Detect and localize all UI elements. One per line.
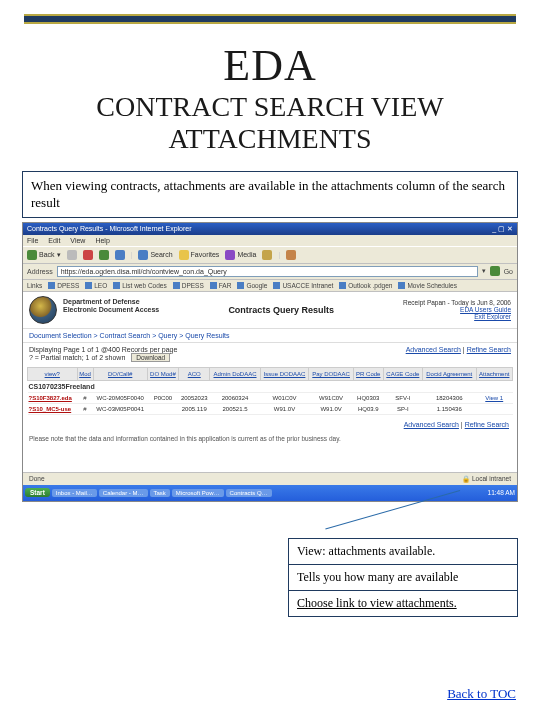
search-icon xyxy=(138,250,148,260)
task-item[interactable]: Inbox - Mail… xyxy=(52,489,97,497)
col-domod[interactable]: DO Mod# xyxy=(147,367,178,380)
bookmark-icon xyxy=(398,282,405,289)
back-icon xyxy=(27,250,37,260)
bookmark-google[interactable]: Google xyxy=(237,282,267,289)
bookmark-movies[interactable]: Movie Schedules xyxy=(398,282,457,289)
view-link[interactable]: ?S10_MC5-use xyxy=(29,406,72,412)
title-main: EDA xyxy=(24,40,516,91)
menu-help[interactable]: Help xyxy=(95,237,109,244)
address-label: Address xyxy=(27,268,53,275)
col-issue[interactable]: Issue DODAAC xyxy=(260,367,309,380)
status-zone: 🔒 Local intranet xyxy=(462,475,511,483)
view-link[interactable]: ?S10F3827.eda xyxy=(29,395,72,401)
ie-titlebar: Contracts Query Results - Microsoft Inte… xyxy=(23,223,517,235)
col-pr[interactable]: PR Code xyxy=(353,367,383,380)
attachment-view-link[interactable]: View 1 xyxy=(485,395,503,401)
status-done: Done xyxy=(29,475,45,483)
advanced-search-link[interactable]: Advanced Search xyxy=(406,346,461,353)
ie-statusbar: Done 🔒 Local intranet xyxy=(23,472,517,485)
task-item[interactable]: Microsoft Pow… xyxy=(172,489,224,497)
description-box: When viewing contracts, attachments are … xyxy=(22,171,518,218)
window-title: Contracts Query Results - Microsoft Inte… xyxy=(27,225,192,233)
favorites-button[interactable]: Favorites xyxy=(179,250,220,260)
star-icon xyxy=(179,250,189,260)
breadcrumb[interactable]: Document Selection > Contract Search > Q… xyxy=(23,329,517,343)
stop-button[interactable] xyxy=(83,250,93,260)
menu-view[interactable]: View xyxy=(70,237,85,244)
bookmark-icon xyxy=(237,282,244,289)
table-row: ?S10_MC5-use # WC-03M05P0041 2005.119 20… xyxy=(28,403,513,414)
media-icon xyxy=(225,250,235,260)
task-item[interactable]: Contracts Q… xyxy=(226,489,272,497)
mail-button[interactable] xyxy=(286,250,296,260)
page-header: Department of Defense Electronic Documen… xyxy=(23,292,517,329)
result-info: Displaying Page 1 of 1 @400 Records per … xyxy=(23,343,517,365)
section-row: CS1070235Freeland xyxy=(28,380,513,392)
stop-icon xyxy=(83,250,93,260)
ie-toolbar: Back ▾ | Search Favorites Media | xyxy=(23,246,517,264)
col-attach[interactable]: Attachment xyxy=(476,367,512,380)
callout-box: View: attachments available. Tells you h… xyxy=(288,538,518,617)
col-mod[interactable]: Mod xyxy=(77,367,93,380)
col-cage[interactable]: CAGE Code xyxy=(383,367,422,380)
col-docid[interactable]: Docid Agreement xyxy=(423,367,477,380)
exit-link[interactable]: Exit Explorer xyxy=(403,313,511,320)
col-docall[interactable]: DO/Call# xyxy=(93,367,147,380)
task-item[interactable]: Task xyxy=(150,489,170,497)
ie-menubar: File Edit View Help xyxy=(23,235,517,246)
bookmark-dpess[interactable]: DPESS xyxy=(48,282,79,289)
menu-edit[interactable]: Edit xyxy=(48,237,60,244)
start-button[interactable]: Start xyxy=(25,488,50,497)
menu-file[interactable]: File xyxy=(27,237,38,244)
refresh-icon xyxy=(99,250,109,260)
history-button[interactable] xyxy=(262,250,272,260)
col-view[interactable]: view? xyxy=(28,367,78,380)
back-to-toc-link[interactable]: Back to TOC xyxy=(447,686,516,702)
go-label[interactable]: Go xyxy=(504,268,513,275)
callout-line2: Tells you how many are available xyxy=(289,564,517,590)
top-border-accent xyxy=(24,14,516,24)
links-label: Links xyxy=(27,282,42,289)
home-button[interactable] xyxy=(115,250,125,260)
back-button[interactable]: Back ▾ xyxy=(27,250,61,260)
mail-icon xyxy=(286,250,296,260)
bookmark-listweb[interactable]: List web Codes xyxy=(113,282,166,289)
users-guide-link[interactable]: EDA Users Guide xyxy=(403,306,511,313)
download-button[interactable]: Download xyxy=(131,353,170,362)
bookmark-dpess2[interactable]: DPESS xyxy=(173,282,204,289)
section-label: CS1070235Freeland xyxy=(28,380,513,392)
bookmark-far[interactable]: FAR xyxy=(210,282,232,289)
title-block: EDA CONTRACT SEARCH VIEW ATTACHMENTS xyxy=(0,24,540,165)
bookmark-outlook[interactable]: Outlook .pdgen xyxy=(339,282,392,289)
search-button[interactable]: Search xyxy=(138,250,172,260)
matched-text: ? = Partial match; 1 of 2 shown xyxy=(29,354,125,361)
window-controls: _ ▢ ✕ xyxy=(492,225,513,233)
bookmark-icon xyxy=(48,282,55,289)
bookmark-icon xyxy=(113,282,120,289)
advanced-search-link-2[interactable]: Advanced Search xyxy=(404,421,459,428)
forward-icon xyxy=(67,250,77,260)
footer-search-links: Advanced Search | Refine Search xyxy=(23,417,517,432)
dropdown-icon[interactable]: ▾ xyxy=(482,267,486,275)
table-row: ?S10F3827.eda # WC-20M05F0040 P0C00 2005… xyxy=(28,392,513,403)
refine-search-link[interactable]: Refine Search xyxy=(467,346,511,353)
bookmark-usacce[interactable]: USACCE Intranet xyxy=(273,282,333,289)
col-aco[interactable]: ACO xyxy=(179,367,210,380)
bookmark-leo[interactable]: LEO xyxy=(85,282,107,289)
results-table: view? Mod DO/Call# DO Mod# ACO Admin DoD… xyxy=(27,367,513,415)
clock: 11:48 AM xyxy=(488,489,515,496)
go-icon[interactable] xyxy=(490,266,500,276)
col-admin[interactable]: Admin DoDAAC xyxy=(210,367,260,380)
bookmark-icon xyxy=(173,282,180,289)
callout-line1: View: attachments available. xyxy=(289,539,517,564)
bookmark-icon xyxy=(210,282,217,289)
media-button[interactable]: Media xyxy=(225,250,256,260)
query-title: Contracts Query Results xyxy=(159,305,403,315)
forward-button[interactable] xyxy=(67,250,77,260)
task-item[interactable]: Calendar - M… xyxy=(99,489,148,497)
address-input[interactable]: https://eda.ogden.disa.mil/ch/contview_c… xyxy=(57,266,478,277)
refine-search-link-2[interactable]: Refine Search xyxy=(465,421,509,428)
col-pay[interactable]: Pay DODAAC xyxy=(309,367,353,380)
page-body: Department of Defense Electronic Documen… xyxy=(23,292,517,472)
refresh-button[interactable] xyxy=(99,250,109,260)
